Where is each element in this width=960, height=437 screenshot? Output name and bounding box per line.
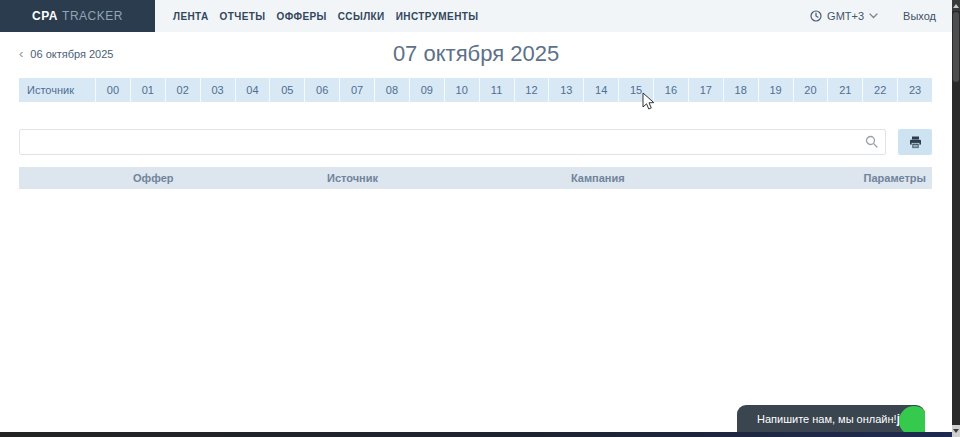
timezone-dropdown[interactable]: GMT+3 [810,10,878,22]
hour-cell: 00 [95,78,130,102]
search-wrap [19,129,886,155]
menu-item[interactable]: ОФФЕРЫ [277,7,327,26]
hour-cell: 01 [130,78,165,102]
timezone-label: GMT+3 [827,10,864,22]
search-icon [865,135,878,148]
window-bottom-edge [0,432,960,437]
chevron-down-icon [869,13,878,19]
report-column-header: Источник [321,172,565,184]
hour-cell: 14 [583,78,618,102]
hour-cell: 09 [409,78,444,102]
hour-cell: 02 [165,78,200,102]
page-title: 07 октября 2025 [0,41,952,67]
search-toolbar [19,129,932,155]
menu-item[interactable]: ЛЕНТА [173,7,209,26]
hours-header-row: Источник 00 01 02 03 04 05 06 07 08 09 1… [19,78,932,102]
menu-item[interactable]: ОТЧЕТЫ [220,7,266,26]
hour-cell: 23 [897,78,932,102]
hour-cell: 19 [758,78,793,102]
search-input[interactable] [19,129,886,155]
logo-light-text: TRACKER [62,9,123,23]
cpa-tracker-page: CPA TRACKER ЛЕНТА ОТЧЕТЫ ОФФЕРЫ ССЫЛКИ И… [0,0,960,437]
chat-message: Напишите нам, мы онлайн! [757,413,897,425]
hour-cell: 16 [653,78,688,102]
printer-icon [909,136,922,149]
hour-cell: 04 [235,78,270,102]
chat-online-indicator [899,406,925,432]
app-logo[interactable]: CPA TRACKER [0,0,155,32]
scrollbar-thumb[interactable] [953,12,959,82]
menu-item[interactable]: ССЫЛКИ [338,7,385,26]
chat-widget[interactable]: Напишите нам, мы онлайн! jivo [737,405,925,432]
report-table-header: Оффер Источник Кампания Параметры [19,167,932,189]
topbar-right: GMT+3 Выход [810,10,936,22]
hour-cell: 15 [618,78,653,102]
scrollbar-down-arrow[interactable] [952,425,960,437]
scrollbar-up-arrow[interactable] [952,0,960,11]
hour-cell: 05 [269,78,304,102]
hour-cell: 03 [200,78,235,102]
hour-cell: 21 [827,78,862,102]
hour-cell: 12 [514,78,549,102]
hour-cell: 07 [339,78,374,102]
hour-cell: 18 [723,78,758,102]
hour-cell: 06 [304,78,339,102]
hour-cell: 20 [793,78,828,102]
hour-cell: 13 [548,78,583,102]
hour-cell: 22 [862,78,897,102]
hour-cell: 17 [688,78,723,102]
vertical-scrollbar[interactable] [952,0,960,437]
logo-bold-text: CPA [32,9,58,23]
print-button[interactable] [898,129,932,155]
source-column-header: Источник [19,78,95,102]
hour-cell: 10 [444,78,479,102]
main-menu: ЛЕНТА ОТЧЕТЫ ОФФЕРЫ ССЫЛКИ ИНСТРУМЕНТЫ [173,7,478,26]
menu-item[interactable]: ИНСТРУМЕНТЫ [396,7,479,26]
hour-cell: 08 [374,78,409,102]
top-navbar: CPA TRACKER ЛЕНТА ОТЧЕТЫ ОФФЕРЫ ССЫЛКИ И… [0,0,952,32]
hour-cell: 11 [479,78,514,102]
report-column-header: Параметры [836,172,932,184]
logout-link[interactable]: Выход [903,10,936,22]
clock-icon [810,10,822,22]
report-column-header: Оффер [127,172,321,184]
report-column-header: Кампания [565,172,836,184]
